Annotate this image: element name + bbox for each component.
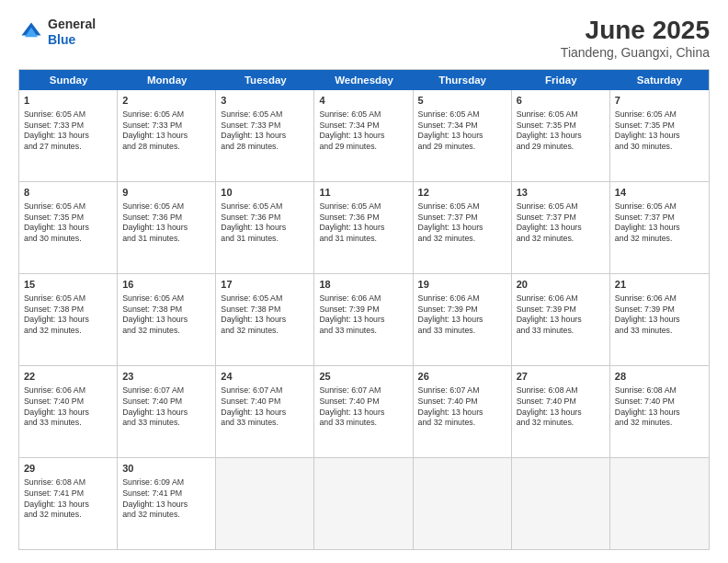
cell-line: Daylight: 13 hours [319,408,407,419]
cell-line: and 28 minutes. [221,142,309,153]
calendar-day-cell: 27Sunrise: 6:08 AMSunset: 7:40 PMDayligh… [512,366,610,457]
logo-text: General Blue [48,17,96,48]
cell-line: and 31 minutes. [122,234,210,245]
day-number: 20 [517,278,605,292]
cell-line: Daylight: 13 hours [418,131,506,142]
day-number: 17 [221,278,309,292]
cell-line: and 30 minutes. [615,142,704,153]
calendar-day-cell: 21Sunrise: 6:06 AMSunset: 7:39 PMDayligh… [610,274,709,365]
cell-line: Sunrise: 6:08 AM [517,385,605,396]
cell-line: Daylight: 13 hours [24,315,112,326]
day-number: 25 [319,370,407,384]
cell-line: Sunset: 7:33 PM [122,121,210,132]
cell-line: Sunset: 7:33 PM [221,121,309,132]
cell-line: Daylight: 13 hours [122,131,210,142]
cell-line: Daylight: 13 hours [418,408,506,419]
cell-line: Sunset: 7:39 PM [418,304,506,316]
day-number: 7 [615,94,704,108]
calendar-day-cell: 1Sunrise: 6:05 AMSunset: 7:33 PMDaylight… [19,90,118,181]
location: Tiandeng, Guangxi, China [561,45,710,60]
calendar-day-cell: 7Sunrise: 6:05 AMSunset: 7:35 PMDaylight… [610,90,709,181]
cell-line: Sunset: 7:36 PM [122,213,210,224]
day-number: 6 [517,94,605,108]
cell-line: Sunrise: 6:06 AM [319,293,407,304]
calendar-day-cell: 22Sunrise: 6:06 AMSunset: 7:40 PMDayligh… [19,366,118,457]
calendar-day-cell: 20Sunrise: 6:06 AMSunset: 7:39 PMDayligh… [512,274,610,365]
cell-line: Sunset: 7:40 PM [319,396,407,408]
cell-line: Sunset: 7:35 PM [517,121,605,132]
calendar-day-cell: 14Sunrise: 6:05 AMSunset: 7:37 PMDayligh… [610,182,709,273]
header-day: Monday [118,70,216,90]
cell-line: Sunset: 7:33 PM [24,121,112,132]
header-day: Sunday [19,70,118,90]
empty-cell [610,458,709,549]
cell-line: and 33 minutes. [418,326,506,337]
day-number: 4 [319,94,407,108]
cell-line: Sunset: 7:40 PM [221,396,309,408]
cell-line: and 32 minutes. [221,326,309,337]
cell-line: Sunset: 7:38 PM [24,304,112,316]
cell-line: Sunset: 7:39 PM [319,304,407,316]
cell-line: Sunset: 7:40 PM [24,396,112,408]
empty-cell [512,458,610,549]
cell-line: and 32 minutes. [418,418,506,429]
cell-line: Sunrise: 6:09 AM [122,477,210,488]
calendar-day-cell: 9Sunrise: 6:05 AMSunset: 7:36 PMDaylight… [118,182,216,273]
calendar-day-cell: 23Sunrise: 6:07 AMSunset: 7:40 PMDayligh… [118,366,216,457]
cell-line: Daylight: 13 hours [221,223,309,234]
calendar-day-cell: 2Sunrise: 6:05 AMSunset: 7:33 PMDaylight… [118,90,216,181]
cell-line: and 33 minutes. [615,326,704,337]
cell-line: Daylight: 13 hours [122,408,210,419]
day-number: 1 [24,94,112,108]
calendar-row: 8Sunrise: 6:05 AMSunset: 7:35 PMDaylight… [19,182,709,274]
cell-line: Daylight: 13 hours [319,223,407,234]
cell-line: Sunrise: 6:07 AM [319,385,407,396]
day-number: 16 [122,278,210,292]
calendar-row: 29Sunrise: 6:08 AMSunset: 7:41 PMDayligh… [19,458,709,549]
calendar-day-cell: 17Sunrise: 6:05 AMSunset: 7:38 PMDayligh… [216,274,314,365]
day-number: 18 [319,278,407,292]
day-number: 30 [122,462,210,476]
calendar-day-cell: 12Sunrise: 6:05 AMSunset: 7:37 PMDayligh… [414,182,512,273]
cell-line: and 32 minutes. [517,234,605,245]
cell-line: and 32 minutes. [122,510,210,521]
header-day: Friday [512,70,610,90]
calendar-day-cell: 25Sunrise: 6:07 AMSunset: 7:40 PMDayligh… [314,366,413,457]
calendar-day-cell: 18Sunrise: 6:06 AMSunset: 7:39 PMDayligh… [314,274,413,365]
cell-line: Sunrise: 6:05 AM [319,109,407,121]
cell-line: Sunrise: 6:05 AM [615,109,704,121]
cell-line: Sunrise: 6:05 AM [418,201,506,213]
cell-line: Sunrise: 6:06 AM [418,293,506,304]
cell-line: Sunset: 7:36 PM [221,213,309,224]
day-number: 3 [221,94,309,108]
cell-line: Sunrise: 6:05 AM [122,201,210,213]
cell-line: and 32 minutes. [615,418,704,429]
cell-line: Sunrise: 6:05 AM [615,201,704,213]
cell-line: Daylight: 13 hours [221,131,309,142]
cell-line: Sunrise: 6:05 AM [122,109,210,121]
header-day: Thursday [414,70,512,90]
cell-line: and 32 minutes. [615,234,704,245]
cell-line: and 29 minutes. [418,142,506,153]
cell-line: Daylight: 13 hours [517,315,605,326]
day-number: 22 [24,370,112,384]
calendar-day-cell: 13Sunrise: 6:05 AMSunset: 7:37 PMDayligh… [512,182,610,273]
calendar: SundayMondayTuesdayWednesdayThursdayFrid… [18,69,710,550]
cell-line: Daylight: 13 hours [418,315,506,326]
header-day: Wednesday [314,70,413,90]
cell-line: Daylight: 13 hours [122,500,210,511]
day-number: 5 [418,94,506,108]
calendar-row: 15Sunrise: 6:05 AMSunset: 7:38 PMDayligh… [19,274,709,366]
cell-line: Daylight: 13 hours [319,131,407,142]
cell-line: Sunset: 7:40 PM [615,396,704,408]
calendar-body: 1Sunrise: 6:05 AMSunset: 7:33 PMDaylight… [19,90,709,549]
cell-line: Sunset: 7:36 PM [319,213,407,224]
cell-line: Sunrise: 6:05 AM [24,201,112,213]
empty-cell [414,458,512,549]
cell-line: Daylight: 13 hours [615,315,704,326]
cell-line: and 32 minutes. [24,326,112,337]
day-number: 29 [24,462,112,476]
calendar-day-cell: 5Sunrise: 6:05 AMSunset: 7:34 PMDaylight… [414,90,512,181]
day-number: 10 [221,186,309,200]
cell-line: and 30 minutes. [24,234,112,245]
